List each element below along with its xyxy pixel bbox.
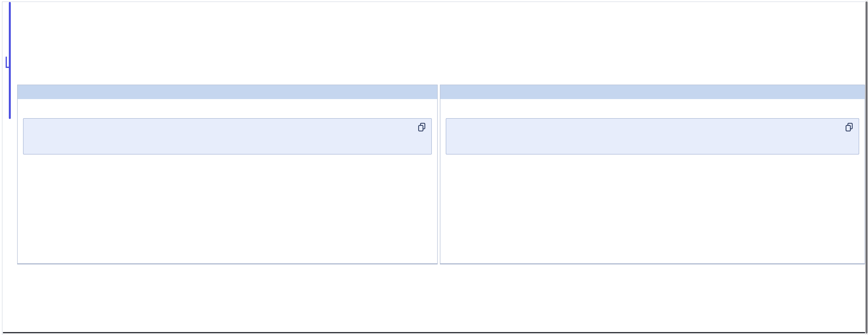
panel-body (18, 99, 437, 155)
event-timeline-minimap (0, 0, 14, 128)
event-detail-panel-nexus-scheduled (17, 85, 438, 264)
panel-header-nexus-completed[interactable] (440, 85, 865, 99)
timeline-branch-line (6, 57, 7, 68)
input-label (23, 106, 432, 115)
json-line-message (450, 134, 853, 143)
event-detail-panel-nexus-completed (440, 85, 865, 264)
copy-icon[interactable] (417, 122, 426, 132)
scrollbar-thumb[interactable] (866, 1, 868, 334)
timeline-branch-connector (6, 67, 10, 68)
next-row-top-edge (3, 332, 865, 333)
json-line-message (27, 134, 426, 143)
workflow-event-history-page: { "colors": { "timeline_line": "#4b4fe0"… (0, 0, 868, 335)
copy-icon[interactable] (845, 122, 853, 132)
input-json-viewer (23, 118, 432, 155)
expanded-event-details (17, 85, 865, 264)
panel-header-nexus-scheduled[interactable] (18, 85, 437, 99)
json-line-open (27, 124, 426, 134)
history-pane-top-border (2, 1, 865, 2)
panel-body (440, 99, 865, 155)
json-line-open (450, 124, 853, 134)
result-label (446, 107, 859, 116)
timeline-main-line (9, 2, 11, 119)
result-json-viewer (446, 118, 859, 155)
